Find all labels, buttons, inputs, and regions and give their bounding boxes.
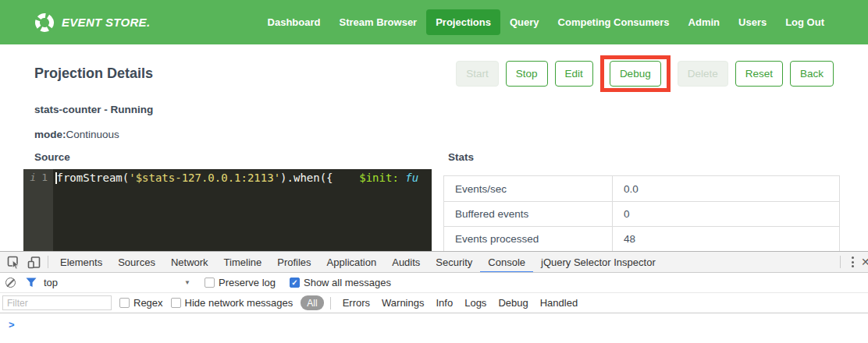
level-filter-logs[interactable]: Logs (464, 297, 486, 309)
device-toolbar-icon[interactable] (23, 252, 44, 272)
stat-label: Buffered events (444, 202, 613, 226)
nav-item-stream-browser[interactable]: Stream Browser (329, 9, 426, 35)
projection-action-buttons: Start Stop Edit Debug Delete Reset Back (456, 55, 834, 92)
reset-button[interactable]: Reset (735, 61, 783, 87)
regex-checkbox[interactable] (119, 298, 130, 308)
edit-button[interactable]: Edit (555, 61, 593, 87)
show-all-messages-label: Show all messages (304, 277, 391, 288)
source-code-editor[interactable]: i 1 fromStream('$stats-127.0.0.1:2113').… (23, 169, 432, 254)
nav-item-logout[interactable]: Log Out (776, 9, 834, 35)
source-heading: Source (34, 151, 432, 163)
preserve-log-option: Preserve log (205, 277, 276, 288)
nav-item-projections[interactable]: Projections (426, 9, 500, 35)
tab-jquery-selector-inspector[interactable]: jQuery Selector Inspector (533, 252, 663, 273)
stat-value: 0.0 (613, 176, 839, 201)
regex-label: Regex (133, 297, 163, 309)
level-filter-handled[interactable]: Handled (540, 297, 578, 309)
page-title: Projection Details (34, 65, 153, 82)
tab-security[interactable]: Security (428, 252, 480, 273)
line-number: 1 (41, 172, 48, 254)
clear-console-icon[interactable] (5, 278, 16, 288)
nav-item-query[interactable]: Query (500, 9, 549, 35)
brand-name: EVENT STORE. (62, 16, 150, 29)
filter-input[interactable] (2, 295, 112, 310)
hide-network-messages-checkbox[interactable] (171, 298, 181, 308)
console-filter-bar: Regex Hide network messages All Errors W… (0, 293, 868, 313)
code-space (399, 172, 405, 184)
show-all-messages-checkbox[interactable] (290, 278, 300, 288)
event-store-logo: EVENT STORE. (34, 12, 150, 33)
level-filter-all[interactable]: All (301, 295, 323, 310)
tab-application[interactable]: Application (319, 252, 385, 273)
start-button[interactable]: Start (456, 61, 499, 87)
stats-heading: Stats (448, 151, 840, 163)
context-value: top (44, 277, 58, 288)
nav-item-competing-consumers[interactable]: Competing Consumers (549, 9, 679, 35)
hide-network-messages-option: Hide network messages (171, 297, 293, 309)
top-navbar: EVENT STORE. Dashboard Stream Browser Pr… (0, 0, 868, 44)
console-prompt-icon[interactable]: > (9, 319, 15, 331)
devtools-tabbar-right: ✕ (836, 256, 868, 268)
table-row: Events/sec 0.0 (444, 176, 839, 201)
stat-label: Events/sec (444, 176, 613, 201)
tab-timeline[interactable]: Timeline (216, 252, 270, 273)
tab-audits[interactable]: Audits (384, 252, 428, 273)
show-all-messages-option: Show all messages (290, 277, 391, 288)
console-output-area[interactable]: > (0, 313, 868, 343)
hide-network-messages-label: Hide network messages (185, 297, 293, 309)
stat-value: 0 (613, 202, 839, 226)
code-line: fromStream('$stats-127.0.0.1:2113').when… (53, 169, 432, 254)
devtools-menu-icon[interactable] (845, 256, 861, 267)
tab-console[interactable]: Console (480, 252, 533, 273)
nav-item-admin[interactable]: Admin (679, 9, 729, 35)
execution-context-selector[interactable]: top ▼ (44, 277, 190, 288)
debug-button[interactable]: Debug (610, 61, 661, 87)
nav-item-dashboard[interactable]: Dashboard (258, 9, 330, 35)
projection-mode: mode:Continuous (34, 129, 868, 140)
nav-item-users[interactable]: Users (729, 9, 776, 35)
stat-label: Events processed (444, 227, 613, 251)
editor-gutter: i 1 (23, 169, 53, 254)
stop-button[interactable]: Stop (506, 61, 548, 87)
inspect-element-icon[interactable] (3, 252, 23, 272)
chevron-down-icon: ▼ (184, 279, 190, 286)
code-string: '$stats-127.0.0.1:2113' (129, 172, 280, 184)
code-function-partial: fu (405, 172, 418, 184)
toolbar-divider (840, 256, 841, 268)
regex-option: Regex (119, 297, 163, 309)
level-filter-errors[interactable]: Errors (343, 297, 370, 309)
toolbar-divider (330, 297, 331, 309)
mode-value: Continuous (66, 129, 119, 140)
preserve-log-label: Preserve log (219, 277, 276, 288)
code-fn: fromStream( (57, 172, 130, 184)
close-devtools-icon[interactable]: ✕ (861, 256, 868, 268)
console-toolbar: top ▼ Preserve log Show all messages (0, 273, 868, 293)
projection-status: stats-counter - Running (34, 104, 868, 115)
code-init-key: $init: (359, 172, 399, 184)
tab-profiles[interactable]: Profiles (269, 252, 318, 273)
devtools-panel: Elements Sources Network Timeline Profil… (0, 251, 868, 343)
debug-highlight-box: Debug (600, 55, 671, 92)
mode-label: mode: (34, 129, 66, 140)
tab-elements[interactable]: Elements (52, 252, 110, 273)
delete-button[interactable]: Delete (678, 61, 728, 87)
code-gap (333, 172, 360, 184)
code-chain: ).when({ (280, 172, 333, 184)
table-row: Events processed 48 (444, 226, 839, 251)
level-filter-debug[interactable]: Debug (498, 297, 528, 309)
stat-value: 48 (613, 227, 839, 251)
nav-menu: Dashboard Stream Browser Projections Que… (258, 9, 834, 35)
toolbar-divider (48, 256, 48, 268)
back-button[interactable]: Back (790, 61, 834, 87)
gutter-info-icon: i (30, 172, 36, 254)
preserve-log-checkbox[interactable] (205, 278, 215, 288)
table-row: Buffered events 0 (444, 201, 839, 226)
level-filter-warnings[interactable]: Warnings (382, 297, 424, 309)
page-header: Projection Details Start Stop Edit Debug… (0, 55, 868, 92)
tab-sources[interactable]: Sources (110, 252, 163, 273)
devtools-tab-bar: Elements Sources Network Timeline Profil… (0, 252, 868, 273)
filter-icon[interactable] (26, 278, 37, 288)
tab-network[interactable]: Network (163, 252, 216, 273)
event-store-ring-icon (34, 12, 55, 33)
level-filter-info[interactable]: Info (436, 297, 453, 309)
